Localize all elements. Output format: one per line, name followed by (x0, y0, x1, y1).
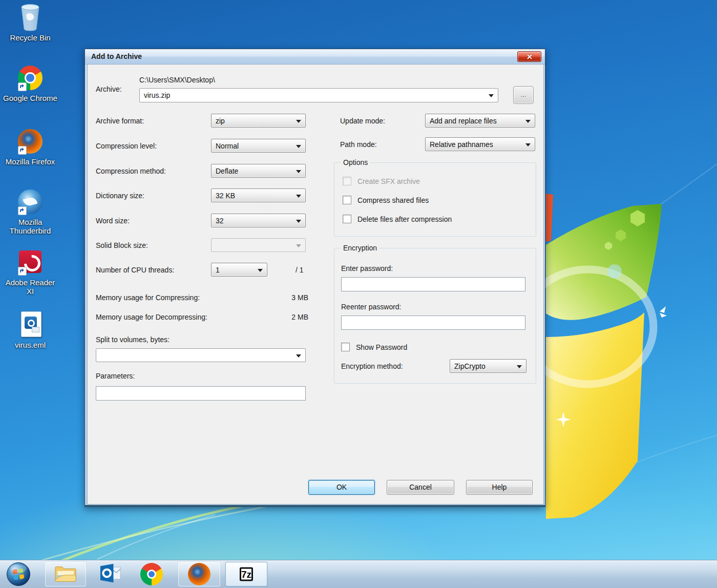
delete-after-checkbox[interactable] (343, 215, 351, 223)
create-sfx-label: Create SFX archive (357, 177, 420, 185)
desktop-icon-label: Mozilla Firefox (2, 157, 58, 166)
desktop-icon-adobe-reader[interactable]: Adobe Reader XI (2, 248, 58, 296)
taskbar: 7z (0, 560, 717, 588)
taskbar-firefox-button[interactable] (178, 562, 220, 586)
update-mode-select[interactable]: Add and replace files (425, 114, 535, 128)
update-mode-label: Update mode: (340, 117, 385, 125)
taskbar-outlook-button[interactable] (94, 562, 127, 586)
desktop-icon-google-chrome[interactable]: Google Chrome (2, 64, 58, 102)
encryption-method-select[interactable]: ZipCrypto (450, 359, 526, 373)
browse-button[interactable]: ... (513, 86, 534, 104)
chevron-down-icon (296, 220, 301, 223)
parameters-label: Parameters: (96, 372, 135, 380)
archive-name-combobox[interactable]: virus.zip (139, 88, 498, 102)
memory-decompress-value: 2 MB (278, 313, 308, 321)
start-button[interactable] (6, 562, 31, 586)
desktop-icon-label: Adobe Reader XI (2, 278, 58, 296)
chrome-icon (140, 563, 163, 585)
cpu-threads-select[interactable]: 1 (211, 263, 267, 277)
dictionary-size-label: Dictionary size: (96, 192, 144, 200)
chevron-down-icon (525, 120, 531, 123)
chevron-down-icon (258, 269, 263, 272)
show-password-label: Show Password (356, 343, 407, 351)
ok-button[interactable]: OK (308, 480, 375, 495)
compression-level-select[interactable]: Normal (211, 139, 306, 153)
archive-label: Archive: (96, 85, 122, 93)
enter-password-input[interactable] (341, 277, 525, 291)
chevron-down-icon (296, 354, 301, 358)
dictionary-size-select[interactable]: 32 KB (211, 188, 306, 202)
compression-method-select[interactable]: Deflate (211, 164, 306, 178)
add-to-archive-dialog: Add to Archive Archive: C:\Users\SMX\Des… (85, 49, 545, 507)
chevron-down-icon (517, 365, 522, 368)
thunderbird-icon (17, 187, 44, 216)
recycle-bin-icon (17, 3, 44, 32)
desktop-icon-recycle-bin[interactable]: Recycle Bin (2, 3, 58, 42)
desktop-icon-mozilla-thunderbird[interactable]: Mozilla Thunderbird (2, 187, 58, 236)
path-mode-label: Path mode: (340, 140, 377, 149)
solid-block-size-select (211, 238, 306, 252)
chrome-icon (17, 64, 44, 92)
solid-block-size-label: Solid Block size: (96, 241, 148, 249)
word-size-label: Word size: (96, 217, 130, 225)
archive-path-text: C:\Users\SMX\Desktop\ (139, 76, 215, 84)
firefox-icon (17, 127, 44, 156)
dialog-title: Add to Archive (91, 52, 142, 60)
word-size-select[interactable]: 32 (211, 214, 306, 227)
reenter-password-label: Reenter password: (341, 303, 402, 311)
compression-method-label: Compression method: (96, 167, 166, 175)
email-file-icon (17, 310, 44, 339)
parameters-input[interactable] (96, 386, 306, 401)
desktop-icon-virus-eml[interactable]: virus.eml (2, 310, 58, 349)
close-icon[interactable] (517, 51, 541, 62)
cancel-button[interactable]: Cancel (387, 480, 454, 495)
memory-compress-label: Memory usage for Compressing: (96, 293, 200, 302)
chevron-down-icon (525, 143, 531, 146)
enter-password-label: Enter password: (341, 264, 393, 272)
desktop-icon-label: virus.eml (2, 341, 58, 349)
taskbar-explorer-button[interactable] (45, 562, 86, 586)
shortcut-arrow-icon (18, 206, 27, 215)
wallpaper-windows-flag (533, 190, 686, 538)
explorer-folder-icon (54, 563, 77, 585)
help-button[interactable]: Help (466, 480, 533, 495)
taskbar-chrome-button[interactable] (135, 562, 168, 586)
memory-decompress-label: Memory usage for Decompressing: (96, 313, 207, 321)
7zip-icon: 7z (240, 566, 253, 582)
compression-level-label: Compression level: (96, 142, 157, 150)
show-password-checkbox[interactable] (341, 343, 350, 351)
cpu-threads-max: / 1 (296, 266, 304, 274)
desktop-icon-label: Google Chrome (2, 94, 58, 102)
archive-format-select[interactable]: zip (211, 114, 306, 128)
desktop-icon-mozilla-firefox[interactable]: Mozilla Firefox (2, 127, 58, 166)
chevron-down-icon (489, 94, 494, 97)
compress-shared-label: Compress shared files (357, 196, 429, 204)
taskbar-7zip-button[interactable]: 7z (225, 562, 267, 586)
chevron-down-icon (296, 244, 301, 247)
chevron-down-icon (296, 145, 301, 148)
chevron-down-icon (296, 170, 301, 173)
delete-after-label: Delete files after compression (357, 215, 452, 223)
chevron-down-icon (296, 120, 301, 123)
archive-format-label: Archive format: (96, 117, 144, 125)
compress-shared-checkbox[interactable] (343, 196, 351, 204)
encryption-group-title: Encryption (341, 244, 379, 252)
dialog-client-area: Archive: C:\Users\SMX\Desktop\ virus.zip… (87, 64, 544, 505)
path-mode-select[interactable]: Relative pathnames (425, 137, 535, 151)
split-volumes-label: Split to volumes, bytes: (96, 335, 170, 344)
desktop-icon-label: Mozilla Thunderbird (2, 218, 58, 236)
firefox-icon (188, 563, 210, 585)
reenter-password-input[interactable] (341, 316, 525, 330)
options-group-title: Options (341, 158, 370, 166)
memory-compress-value: 3 MB (278, 293, 308, 302)
create-sfx-checkbox (343, 177, 351, 185)
dialog-titlebar[interactable]: Add to Archive (85, 49, 545, 65)
options-groupbox: Options Create SFX archive Compress shar… (334, 162, 536, 237)
encryption-method-label: Encryption method: (341, 362, 403, 370)
split-volumes-combobox[interactable] (96, 348, 306, 362)
desktop-icon-label: Recycle Bin (2, 33, 58, 42)
adobe-reader-icon (17, 248, 44, 277)
shortcut-arrow-icon (18, 267, 27, 276)
chevron-down-icon (296, 195, 301, 198)
outlook-icon (99, 562, 122, 586)
